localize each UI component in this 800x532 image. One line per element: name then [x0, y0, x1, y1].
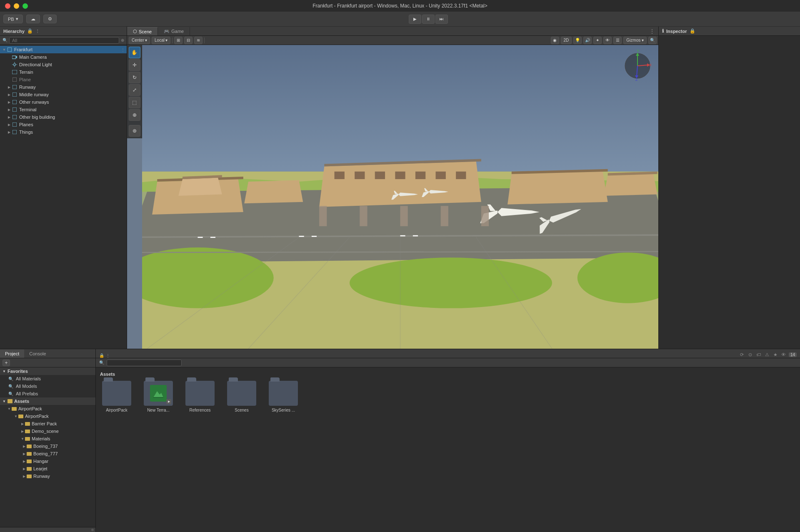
grid-btn[interactable]: ⊞ [174, 37, 182, 44]
search-input[interactable] [9, 37, 119, 44]
move-tool[interactable]: ✛ [129, 59, 140, 71]
scene-gizmo[interactable]: Y X Z [621, 49, 654, 82]
expand-arrow: ▶ [22, 467, 27, 471]
transform-tool[interactable]: ⊕ [129, 109, 140, 121]
tab-more-button[interactable]: ⋮ [646, 27, 658, 35]
gizmo-svg: Y X Z [621, 49, 654, 82]
hierarchy-item-terrain[interactable]: Terrain [0, 68, 127, 76]
add-button[interactable]: + [2, 360, 10, 366]
settings-button[interactable]: ⚙ [43, 15, 57, 23]
hand-tool[interactable]: ✋ [129, 47, 140, 58]
play-button[interactable]: ▶ [409, 15, 421, 24]
search-vp-btn[interactable]: 🔍 [648, 37, 657, 44]
fav-item-all-prefabs[interactable]: 🔍 All Prefabs [0, 390, 95, 397]
light-btn[interactable]: 💡 [573, 37, 582, 44]
step-button[interactable]: ⏭ [435, 15, 448, 24]
assets-search-input[interactable] [107, 360, 182, 366]
hierarchy-item-middle-runway[interactable]: ▶ Middle runway [0, 91, 127, 98]
hierarchy-item-main-camera[interactable]: Main Camera [0, 53, 127, 61]
fav-item-all-models[interactable]: 🔍 All Models [0, 382, 95, 390]
refresh-icon[interactable]: ⟳ [739, 351, 745, 358]
hierarchy-item-terminal[interactable]: ▶ Terminal [0, 106, 127, 113]
tree-item-hangar[interactable]: ▶ Hangar [0, 457, 95, 465]
audio-btn[interactable]: 🔊 [583, 37, 592, 44]
rotate-tool[interactable]: ↻ [129, 72, 140, 83]
maximize-button[interactable] [22, 3, 28, 9]
asset-item-scenes[interactable]: Scenes [225, 381, 258, 413]
lock-icon[interactable]: 🔒 [27, 28, 33, 34]
tree-item-learjet[interactable]: ▶ Learjet [0, 465, 95, 472]
rect-tool[interactable]: ⬚ [129, 97, 140, 108]
tree-item-boeing-737[interactable]: ▶ Boeing_737 [0, 442, 95, 450]
pb-dropdown[interactable]: PB ▾ [3, 15, 23, 23]
svg-rect-12 [12, 100, 17, 104]
tree-item-runway-folder[interactable]: ▶ Runway [0, 472, 95, 480]
tree-item-airportpack[interactable]: ▼ AirportPack [0, 412, 95, 420]
project-tab-label: Project [5, 351, 19, 356]
custom-btn[interactable]: ≋ [194, 37, 202, 44]
lock-icon[interactable]: 🔒 [690, 28, 695, 34]
asset-item-new-terrain[interactable]: ▶ New Terra... [142, 381, 175, 413]
fx-btn[interactable]: ✦ [593, 37, 602, 44]
assets-section-header[interactable]: ▼ Assets [0, 397, 95, 405]
svg-rect-69 [481, 206, 489, 226]
svg-text:Z: Z [635, 77, 638, 82]
fav-item-all-materials[interactable]: 🔍 All Materials [0, 375, 95, 382]
scene-tab[interactable]: ⬡ Scene [127, 27, 158, 35]
star-icon[interactable]: ★ [772, 351, 779, 358]
visibility-btn[interactable]: 👁 [603, 37, 612, 44]
minimize-button[interactable] [14, 3, 19, 9]
console-tab[interactable]: Console [24, 350, 51, 358]
persp-btn[interactable]: ◉ [551, 37, 559, 44]
hierarchy-item-plane[interactable]: Plane [0, 76, 127, 83]
hierarchy-item-frankfurt[interactable]: ▼ Frankfurt ⋮ [0, 46, 127, 53]
snap-btn[interactable]: ⊟ [184, 37, 192, 44]
hierarchy-item-things[interactable]: ▶ Things [0, 128, 127, 136]
tree-label: Learjet [33, 466, 48, 471]
center-dropdown[interactable]: Center ▾ [129, 37, 150, 44]
add-hierarchy-icon[interactable]: ⊕ [121, 38, 124, 42]
lock-bottom-icon[interactable]: 🔒 [99, 353, 104, 358]
game-tab[interactable]: 🎮 Game [158, 27, 190, 35]
asset-item-airportpack[interactable]: AirportPack [100, 381, 133, 413]
hierarchy-item-other-runways[interactable]: ▶ Other runways [0, 98, 127, 106]
viewport-3d[interactable]: ✋ ✛ ↻ ⤢ ⬚ ⊕ ⊛ [127, 45, 658, 349]
gizmos-dropdown[interactable]: Gizmos ▾ [623, 37, 647, 44]
tree-item-boeing-777[interactable]: ▶ Boeing_777 [0, 450, 95, 457]
project-tab[interactable]: Project [0, 350, 24, 358]
hierarchy-menu-icon[interactable]: ⋮ [35, 29, 40, 33]
hierarchy-label: Frankfurt [14, 47, 32, 52]
filter-icon[interactable]: ⊙ [747, 351, 754, 358]
hierarchy-item-other-big-building[interactable]: ▶ Other big building [0, 113, 127, 121]
custom-tool[interactable]: ⊛ [129, 125, 140, 137]
close-button[interactable] [5, 3, 10, 9]
cloud-button[interactable]: ☁ [26, 15, 40, 23]
hierarchy-label: Planes [19, 122, 33, 127]
alert-icon[interactable]: ⚠ [764, 351, 770, 358]
pause-button[interactable]: ⏸ [422, 15, 435, 24]
gizmos-btn[interactable]: ☰ [613, 37, 622, 44]
tree-item-materials[interactable]: ▼ Materials [0, 435, 95, 442]
favorites-header[interactable]: ▼ Favorites [0, 367, 95, 375]
local-dropdown[interactable]: Local ▾ [152, 37, 170, 44]
2d-btn[interactable]: 2D [561, 37, 572, 44]
asset-item-references[interactable]: References [183, 381, 217, 413]
bottom-more-icon[interactable]: ⋮ [106, 353, 110, 358]
eye-icon[interactable]: 👁 [780, 351, 787, 358]
tree-item-airportpack-root[interactable]: ▼ AirportPack [0, 405, 95, 412]
svg-rect-30 [375, 172, 385, 179]
hierarchy-item-planes[interactable]: ▶ Planes [0, 121, 127, 128]
scale-tool[interactable]: ⤢ [129, 84, 140, 96]
tag-icon[interactable]: 🏷 [755, 351, 762, 358]
tree-item-demo-scene[interactable]: ▶ Demo_scene [0, 427, 95, 435]
hierarchy-item-runway[interactable]: ▶ Runway [0, 83, 127, 91]
fav-label: All Prefabs [16, 391, 38, 396]
hierarchy-item-directional-light[interactable]: Directional Light [0, 61, 127, 68]
project-scroll[interactable]: ▼ Favorites 🔍 All Materials 🔍 All Models… [0, 367, 95, 527]
traffic-lights [5, 3, 28, 9]
expand-arrow: ▶ [7, 130, 12, 134]
asset-item-skyseries[interactable]: SkySeries ... [267, 381, 300, 413]
svg-rect-32 [415, 172, 425, 179]
hierarchy-item-menu[interactable]: ⋮ [121, 47, 125, 52]
tree-item-barrier-pack[interactable]: ▶ Barrier Pack [0, 420, 95, 427]
